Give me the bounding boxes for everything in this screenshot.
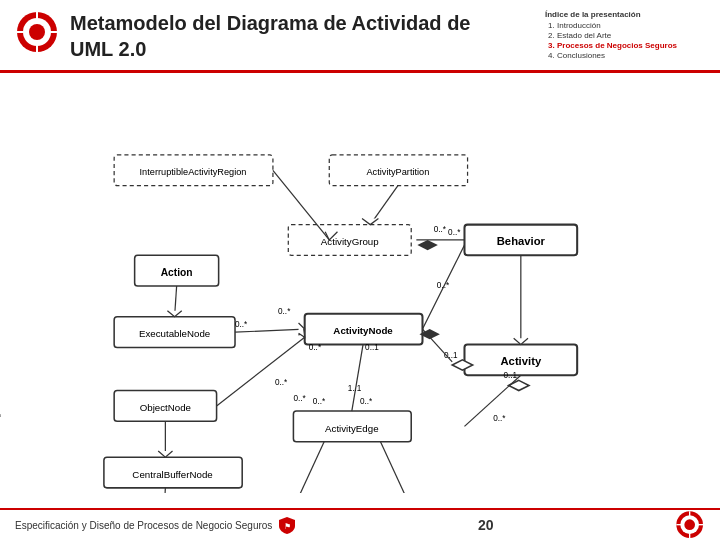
logo: [15, 10, 60, 55]
mult-act-edge: 0..*: [493, 414, 506, 423]
inh-arrow-10: [158, 451, 172, 457]
inh-line-4: [235, 329, 305, 332]
activity-edge-label: ActivityEdge: [325, 423, 378, 434]
object-node-label: ObjectNode: [140, 402, 191, 413]
executable-node-label: ExecutableNode: [139, 328, 210, 339]
svg-text:⚑: ⚑: [284, 522, 291, 531]
activity-label: Activity: [501, 355, 542, 367]
footer-text: Especificación y Diseño de Procesos de N…: [15, 516, 296, 534]
svg-point-2: [29, 24, 45, 40]
header: Metamodelo del Diagrama de Actividad de …: [0, 0, 720, 73]
multiplicity-3: 0..1: [503, 371, 517, 380]
footer-page: 20: [478, 517, 494, 533]
interruptible-activity-region-label: InterruptibleActivityRegion: [140, 167, 247, 177]
mult-0-star-d: 0..*: [360, 397, 373, 406]
central-buffer-node-label: CentralBufferNode: [132, 469, 212, 480]
mult-1-1: 1..1: [348, 384, 362, 393]
main-title: Metamodelo del Diagrama de Actividad de …: [70, 10, 545, 62]
inh-line-8: [293, 442, 324, 493]
diagram-area: InterruptibleActivityRegion ActivityPart…: [0, 73, 720, 493]
mult-obj-1: 0..*: [275, 378, 288, 387]
shield-icon: ⚑: [278, 516, 296, 534]
inh-line-9: [380, 442, 411, 493]
aggregation-diamond-2: [509, 380, 529, 390]
mult-exec-2: 0..*: [278, 307, 291, 316]
mult-0-star-c: 0..*: [313, 397, 326, 406]
inh-arrow-3: [167, 311, 181, 317]
toc-title: Índice de la presentación: [545, 10, 705, 19]
action-label: Action: [161, 267, 193, 278]
title-area: Metamodelo del Diagrama de Actividad de …: [60, 10, 545, 62]
mult-0-star-1: 0..*: [309, 343, 322, 352]
footer-label: Especificación y Diseño de Procesos de N…: [15, 520, 272, 531]
toc-item-3: Procesos de Negocios Seguros: [557, 41, 705, 50]
composition-diamond-1: [417, 240, 437, 250]
mult-0-star-b: 0..*: [437, 281, 450, 290]
mult-group-1: 0..*: [448, 228, 461, 237]
behavior-label: Behavior: [497, 235, 546, 247]
footer-logo: [675, 510, 705, 540]
mult-exec: 0..*: [235, 320, 248, 329]
toc-item-2: Estado del Arte: [557, 31, 705, 40]
toc-item-1: Introducción: [557, 21, 705, 30]
toc-item-4: Conclusiones: [557, 51, 705, 60]
multiplicity-1: 0..*: [434, 225, 447, 234]
uml-diagram: InterruptibleActivityRegion ActivityPart…: [0, 73, 720, 493]
activity-partition-label: ActivityPartition: [366, 167, 429, 177]
mult-obj-2: 0..*: [293, 394, 306, 403]
svg-point-10: [684, 519, 695, 530]
inh-arrow-2: [362, 218, 378, 224]
footer: Especificación y Diseño de Procesos de N…: [0, 508, 720, 540]
toc-list: Introducción Estado del Arte Procesos de…: [545, 21, 705, 60]
mult-0-1-a: 0..1: [365, 343, 379, 352]
toc-area: Índice de la presentación Introducción E…: [545, 10, 705, 61]
activity-node-label: ActivityNode: [333, 325, 393, 336]
